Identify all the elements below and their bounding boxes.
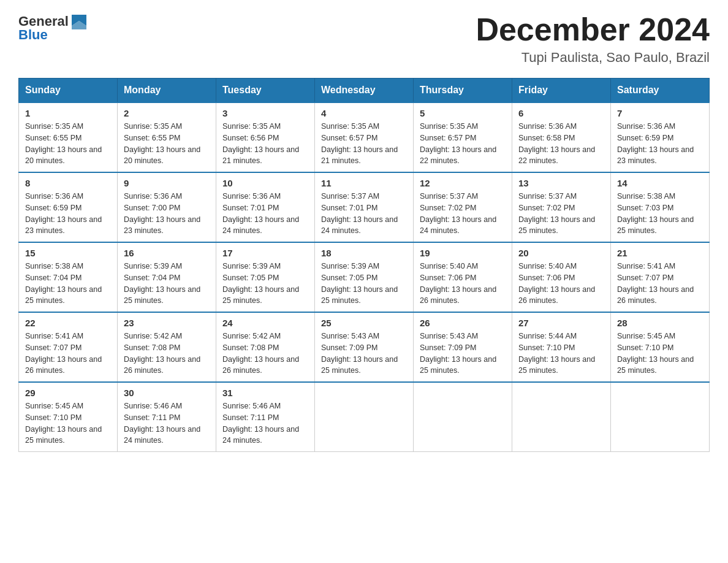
- day-cell: 4 Sunrise: 5:35 AMSunset: 6:57 PMDayligh…: [315, 102, 414, 172]
- day-cell: 24 Sunrise: 5:42 AMSunset: 7:08 PMDaylig…: [216, 312, 315, 382]
- week-row-2: 8 Sunrise: 5:36 AMSunset: 6:59 PMDayligh…: [19, 172, 710, 242]
- day-cell: 19 Sunrise: 5:40 AMSunset: 7:06 PMDaylig…: [414, 242, 512, 312]
- day-number: 25: [321, 318, 407, 328]
- weekday-header-thursday: Thursday: [414, 79, 512, 103]
- day-info: Sunrise: 5:37 AMSunset: 7:01 PMDaylight:…: [321, 192, 398, 235]
- location-subtitle: Tupi Paulista, Sao Paulo, Brazil: [476, 50, 710, 66]
- day-cell: 29 Sunrise: 5:45 AMSunset: 7:10 PMDaylig…: [19, 382, 118, 452]
- day-cell: 1 Sunrise: 5:35 AMSunset: 6:55 PMDayligh…: [19, 102, 118, 172]
- logo-flag-icon: [69, 12, 89, 31]
- day-info: Sunrise: 5:38 AMSunset: 7:04 PMDaylight:…: [25, 262, 102, 305]
- day-cell: 23 Sunrise: 5:42 AMSunset: 7:08 PMDaylig…: [118, 312, 216, 382]
- day-cell: 15 Sunrise: 5:38 AMSunset: 7:04 PMDaylig…: [19, 242, 118, 312]
- day-info: Sunrise: 5:46 AMSunset: 7:11 PMDaylight:…: [124, 402, 200, 445]
- day-number: 8: [25, 178, 111, 188]
- day-cell: 5 Sunrise: 5:35 AMSunset: 6:57 PMDayligh…: [414, 102, 512, 172]
- day-cell: [414, 382, 512, 452]
- day-info: Sunrise: 5:35 AMSunset: 6:56 PMDaylight:…: [222, 122, 299, 165]
- day-info: Sunrise: 5:39 AMSunset: 7:05 PMDaylight:…: [222, 262, 299, 305]
- day-number: 10: [222, 178, 308, 188]
- day-number: 23: [124, 318, 210, 328]
- day-number: 27: [518, 318, 604, 328]
- day-cell: 18 Sunrise: 5:39 AMSunset: 7:05 PMDaylig…: [315, 242, 414, 312]
- day-info: Sunrise: 5:37 AMSunset: 7:02 PMDaylight:…: [420, 192, 496, 235]
- week-row-3: 15 Sunrise: 5:38 AMSunset: 7:04 PMDaylig…: [19, 242, 710, 312]
- day-number: 2: [124, 108, 210, 118]
- day-cell: 27 Sunrise: 5:44 AMSunset: 7:10 PMDaylig…: [512, 312, 611, 382]
- day-number: 20: [518, 248, 604, 258]
- day-number: 19: [420, 248, 506, 258]
- day-cell: 11 Sunrise: 5:37 AMSunset: 7:01 PMDaylig…: [315, 172, 414, 242]
- day-cell: 31 Sunrise: 5:46 AMSunset: 7:11 PMDaylig…: [216, 382, 315, 452]
- day-info: Sunrise: 5:42 AMSunset: 7:08 PMDaylight:…: [124, 332, 200, 375]
- day-number: 17: [222, 248, 308, 258]
- day-cell: 12 Sunrise: 5:37 AMSunset: 7:02 PMDaylig…: [414, 172, 512, 242]
- weekday-header-wednesday: Wednesday: [315, 79, 414, 103]
- weekday-header-friday: Friday: [512, 79, 611, 103]
- title-block: December 2024 Tupi Paulista, Sao Paulo, …: [476, 12, 710, 66]
- day-number: 7: [617, 108, 703, 118]
- day-info: Sunrise: 5:41 AMSunset: 7:07 PMDaylight:…: [617, 262, 694, 305]
- day-info: Sunrise: 5:36 AMSunset: 6:58 PMDaylight:…: [518, 122, 595, 165]
- day-cell: [512, 382, 611, 452]
- day-info: Sunrise: 5:46 AMSunset: 7:11 PMDaylight:…: [222, 402, 299, 445]
- day-number: 30: [124, 388, 210, 398]
- day-number: 21: [617, 248, 703, 258]
- day-number: 14: [617, 178, 703, 188]
- day-number: 6: [518, 108, 604, 118]
- logo-blue-text: Blue: [18, 27, 48, 43]
- day-cell: 30 Sunrise: 5:46 AMSunset: 7:11 PMDaylig…: [118, 382, 216, 452]
- day-number: 29: [25, 388, 111, 398]
- day-info: Sunrise: 5:41 AMSunset: 7:07 PMDaylight:…: [25, 332, 102, 375]
- week-row-4: 22 Sunrise: 5:41 AMSunset: 7:07 PMDaylig…: [19, 312, 710, 382]
- day-info: Sunrise: 5:35 AMSunset: 6:57 PMDaylight:…: [321, 122, 398, 165]
- day-cell: 17 Sunrise: 5:39 AMSunset: 7:05 PMDaylig…: [216, 242, 315, 312]
- calendar-table: SundayMondayTuesdayWednesdayThursdayFrid…: [18, 78, 710, 452]
- logo: General Blue: [18, 12, 89, 43]
- day-info: Sunrise: 5:45 AMSunset: 7:10 PMDaylight:…: [25, 402, 102, 445]
- day-cell: 7 Sunrise: 5:36 AMSunset: 6:59 PMDayligh…: [611, 102, 710, 172]
- day-cell: 28 Sunrise: 5:45 AMSunset: 7:10 PMDaylig…: [611, 312, 710, 382]
- day-info: Sunrise: 5:39 AMSunset: 7:05 PMDaylight:…: [321, 262, 398, 305]
- day-cell: 10 Sunrise: 5:36 AMSunset: 7:01 PMDaylig…: [216, 172, 315, 242]
- day-cell: 21 Sunrise: 5:41 AMSunset: 7:07 PMDaylig…: [611, 242, 710, 312]
- day-info: Sunrise: 5:36 AMSunset: 6:59 PMDaylight:…: [25, 192, 102, 235]
- day-info: Sunrise: 5:36 AMSunset: 7:01 PMDaylight:…: [222, 192, 299, 235]
- page-header: General Blue December 2024 Tupi Paulista…: [18, 12, 710, 66]
- day-cell: 3 Sunrise: 5:35 AMSunset: 6:56 PMDayligh…: [216, 102, 315, 172]
- day-number: 22: [25, 318, 111, 328]
- day-cell: 20 Sunrise: 5:40 AMSunset: 7:06 PMDaylig…: [512, 242, 611, 312]
- day-number: 24: [222, 318, 308, 328]
- day-cell: [315, 382, 414, 452]
- day-info: Sunrise: 5:43 AMSunset: 7:09 PMDaylight:…: [321, 332, 398, 375]
- day-info: Sunrise: 5:40 AMSunset: 7:06 PMDaylight:…: [518, 262, 595, 305]
- day-cell: [611, 382, 710, 452]
- day-number: 15: [25, 248, 111, 258]
- day-info: Sunrise: 5:40 AMSunset: 7:06 PMDaylight:…: [420, 262, 496, 305]
- day-number: 5: [420, 108, 506, 118]
- day-info: Sunrise: 5:45 AMSunset: 7:10 PMDaylight:…: [617, 332, 694, 375]
- day-info: Sunrise: 5:38 AMSunset: 7:03 PMDaylight:…: [617, 192, 694, 235]
- weekday-header-monday: Monday: [118, 79, 216, 103]
- day-info: Sunrise: 5:35 AMSunset: 6:55 PMDaylight:…: [25, 122, 102, 165]
- weekday-header-row: SundayMondayTuesdayWednesdayThursdayFrid…: [19, 79, 710, 103]
- weekday-header-tuesday: Tuesday: [216, 79, 315, 103]
- day-number: 1: [25, 108, 111, 118]
- weekday-header-sunday: Sunday: [19, 79, 118, 103]
- day-info: Sunrise: 5:35 AMSunset: 6:55 PMDaylight:…: [124, 122, 200, 165]
- day-info: Sunrise: 5:36 AMSunset: 7:00 PMDaylight:…: [124, 192, 200, 235]
- day-number: 11: [321, 178, 407, 188]
- day-cell: 13 Sunrise: 5:37 AMSunset: 7:02 PMDaylig…: [512, 172, 611, 242]
- day-number: 18: [321, 248, 407, 258]
- week-row-5: 29 Sunrise: 5:45 AMSunset: 7:10 PMDaylig…: [19, 382, 710, 452]
- day-number: 4: [321, 108, 407, 118]
- weekday-header-saturday: Saturday: [611, 79, 710, 103]
- day-info: Sunrise: 5:39 AMSunset: 7:04 PMDaylight:…: [124, 262, 200, 305]
- day-cell: 6 Sunrise: 5:36 AMSunset: 6:58 PMDayligh…: [512, 102, 611, 172]
- day-cell: 9 Sunrise: 5:36 AMSunset: 7:00 PMDayligh…: [118, 172, 216, 242]
- day-number: 12: [420, 178, 506, 188]
- day-cell: 8 Sunrise: 5:36 AMSunset: 6:59 PMDayligh…: [19, 172, 118, 242]
- day-number: 13: [518, 178, 604, 188]
- day-info: Sunrise: 5:35 AMSunset: 6:57 PMDaylight:…: [420, 122, 496, 165]
- day-number: 31: [222, 388, 308, 398]
